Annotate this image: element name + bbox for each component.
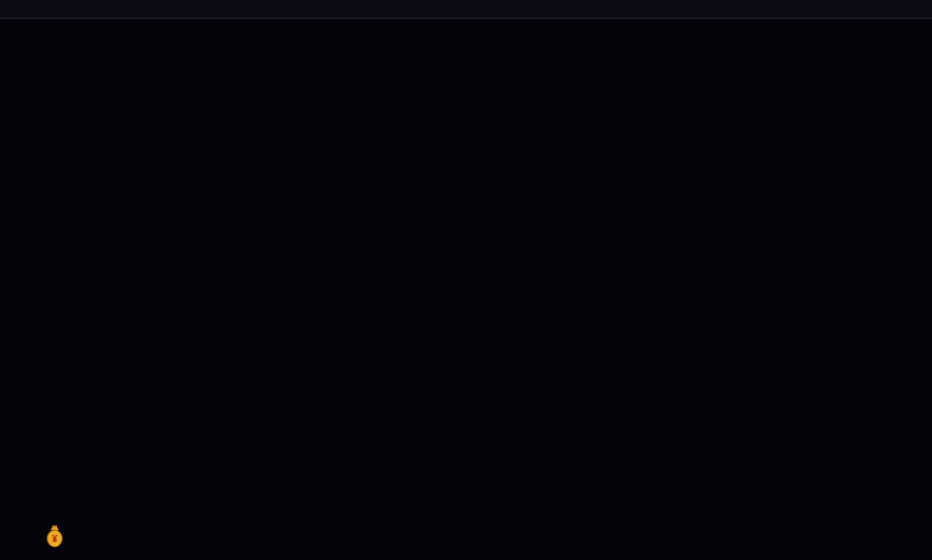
chart-canvas[interactable] xyxy=(0,0,932,560)
svg-text:¥: ¥ xyxy=(52,534,58,544)
stock-header xyxy=(36,38,932,53)
stock-app-window: ¥ xyxy=(0,0,932,560)
moneybag-icon[interactable]: ¥ xyxy=(46,525,64,551)
toolbar xyxy=(0,0,932,19)
indicator-row xyxy=(0,462,932,476)
